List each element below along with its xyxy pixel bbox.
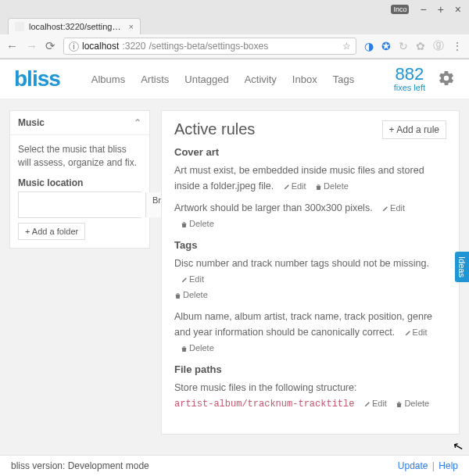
music-panel: Music ⌃ Select the music that bliss will… (9, 110, 150, 249)
rule-delete-button[interactable]: Delete (174, 290, 208, 299)
version-text: bliss version: Development mode (11, 460, 149, 471)
rule-item: Art must exist, be embedded inside music… (174, 163, 446, 194)
rule-edit-button[interactable]: Edit (283, 181, 306, 191)
browser-toolbar: ← → ⟳ i localhost:3220/settings-beta/set… (0, 34, 469, 59)
back-button[interactable]: ← (6, 39, 18, 53)
trash-icon (181, 221, 188, 228)
pencil-icon (363, 401, 371, 408)
update-link[interactable]: Update (398, 460, 428, 471)
extension-ublock-icon[interactable]: ◑ (364, 40, 374, 52)
rule-delete-button[interactable]: Delete (181, 219, 214, 228)
browser-menu-icon[interactable]: ⋮ (452, 40, 463, 52)
fixes-count: 882 (394, 66, 425, 83)
section-file-paths-heading: File paths (174, 363, 446, 375)
section-cover-art-heading: Cover art (174, 146, 446, 158)
extension-icons: ◑ ✪ ↻ ✿ ⓖ ⋮ (364, 39, 463, 53)
app-logo[interactable]: bliss (14, 66, 60, 91)
add-rule-button[interactable]: + Add a rule (382, 120, 446, 139)
rule-edit-button[interactable]: Edit (181, 274, 204, 284)
gear-icon (438, 70, 455, 87)
rule-item: Store music files in the following struc… (174, 380, 446, 412)
address-bar[interactable]: i localhost:3220/settings-beta/settings-… (63, 38, 356, 55)
trash-icon (181, 345, 188, 353)
primary-nav: Albums Artists Untagged Activity Inbox T… (91, 73, 354, 85)
page-content: Music ⌃ Select the music that bliss will… (0, 99, 469, 450)
window-minimize-button[interactable]: − (420, 3, 426, 16)
rule-delete-button[interactable]: Delete (396, 399, 429, 408)
tab-favicon (15, 22, 24, 31)
add-folder-button[interactable]: + Add a folder (18, 223, 85, 240)
fixes-label: fixes left (394, 83, 425, 92)
trash-icon (174, 292, 181, 299)
chevron-up-icon: ⌃ (134, 117, 141, 128)
url-path: /settings-beta/settings-boxes (149, 41, 268, 52)
ideas-tab[interactable]: Ideas (455, 252, 469, 282)
incognito-badge: Inco (391, 5, 409, 14)
rule-text: Artwork should be larger than 300x300 pi… (174, 202, 373, 213)
rule-item: Artwork should be larger than 300x300 pi… (174, 200, 446, 231)
extension-profile-icon[interactable]: ⓖ (433, 39, 444, 53)
app-footer: bliss version: Development mode Update |… (0, 455, 469, 476)
tab-close-button[interactable]: × (129, 22, 134, 31)
browser-chrome: Inco − + × localhost:3220/settings-beta … (0, 0, 469, 59)
rule-delete-button[interactable]: Delete (181, 343, 214, 353)
site-info-icon[interactable]: i (69, 41, 79, 52)
window-close-button[interactable]: × (455, 3, 461, 16)
rule-edit-button[interactable]: Edit (363, 399, 387, 408)
music-location-input-group: Browse ▾ (18, 191, 141, 218)
browser-nav-icons: ← → ⟳ (6, 39, 55, 53)
nav-inbox[interactable]: Inbox (292, 73, 317, 85)
reload-button[interactable]: ⟳ (45, 39, 55, 53)
pencil-icon (283, 184, 290, 191)
bookmark-star-icon[interactable]: ☆ (342, 41, 351, 52)
music-panel-title: Music (18, 117, 45, 128)
forward-button[interactable]: → (26, 39, 38, 53)
rule-text: Store music files in the following struc… (174, 382, 356, 393)
trash-icon (315, 184, 322, 191)
rule-text: Disc number and track number tags should… (174, 258, 429, 269)
pencil-icon (181, 277, 188, 284)
app-header: bliss Albums Artists Untagged Activity I… (0, 59, 469, 99)
music-location-input[interactable] (19, 192, 145, 217)
rule-edit-button[interactable]: Edit (404, 327, 428, 337)
extension-sync-icon[interactable]: ↻ (399, 40, 408, 52)
nav-untagged[interactable]: Untagged (184, 73, 228, 85)
settings-button[interactable] (438, 70, 455, 89)
music-panel-body: Select the music that bliss will assess,… (10, 135, 149, 248)
nav-tags[interactable]: Tags (333, 73, 354, 85)
music-panel-description: Select the music that bliss will assess,… (18, 143, 141, 170)
pencil-icon (404, 330, 411, 337)
pencil-icon (381, 206, 388, 213)
extension-settings-icon[interactable]: ✿ (416, 40, 425, 52)
tab-strip: localhost:3220/settings-beta × (0, 16, 469, 34)
rule-edit-button[interactable]: Edit (381, 203, 405, 213)
url-host: localhost (82, 41, 119, 52)
music-panel-header[interactable]: Music ⌃ (10, 111, 149, 135)
nav-albums[interactable]: Albums (91, 73, 125, 85)
nav-artists[interactable]: Artists (141, 73, 169, 85)
browser-tab[interactable]: localhost:3220/settings-beta × (8, 18, 141, 34)
file-path-pattern: artist-album/tracknum-tracktitle (174, 399, 354, 410)
rule-item: Album name, album artist, track name, tr… (174, 309, 446, 356)
tab-title: localhost:3220/settings-beta (29, 22, 124, 31)
url-port: :3220 (122, 41, 145, 52)
footer-separator: | (432, 460, 435, 471)
help-link[interactable]: Help (439, 460, 458, 471)
rule-item: Disc number and track number tags should… (174, 256, 446, 302)
rule-text: Album name, album artist, track name, tr… (174, 311, 432, 338)
section-tags-heading: Tags (174, 239, 446, 251)
active-rules-panel: + Add a rule Active rules Cover art Art … (161, 110, 460, 435)
fixes-counter[interactable]: 882 fixes left (394, 66, 425, 92)
nav-activity[interactable]: Activity (245, 73, 277, 85)
music-location-label: Music location (18, 177, 141, 188)
rule-delete-button[interactable]: Delete (315, 181, 349, 191)
window-maximize-button[interactable]: + (438, 3, 444, 16)
trash-icon (396, 401, 403, 408)
extension-icon[interactable]: ✪ (381, 40, 391, 52)
window-controls: Inco − + × (0, 0, 469, 16)
